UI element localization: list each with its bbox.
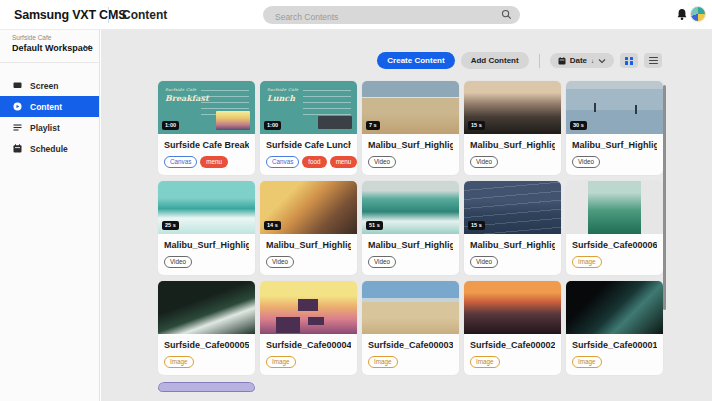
search-box[interactable] <box>263 6 520 24</box>
sidebar-item-label: Schedule <box>30 144 68 154</box>
card-tags: Video <box>572 156 657 168</box>
tag-canvas[interactable]: Canvas <box>164 156 197 168</box>
calendar-icon <box>558 57 566 65</box>
vertical-scrollbar[interactable] <box>663 85 666 310</box>
card-thumbnail[interactable] <box>566 281 663 334</box>
card-thumbnail[interactable] <box>566 181 663 234</box>
content-card[interactable]: Surfside_Cafe00006 Image <box>566 181 663 275</box>
card-body: Surfside_Cafe00003 Image <box>362 334 459 368</box>
card-tags: Video <box>368 256 453 268</box>
content-card[interactable]: Surfside_Cafe00001 Image <box>566 281 663 375</box>
card-body: Malibu_Surf_Highligh... Video <box>260 234 357 268</box>
card-body: Malibu_Surf_Highligh... Video <box>464 134 561 168</box>
card-thumbnail[interactable]: Surfside Cafe Breakfast 1:00 <box>158 81 255 134</box>
card-thumbnail[interactable]: 51 s <box>362 181 459 234</box>
create-content-button[interactable]: Create Content <box>377 52 454 69</box>
tag-video[interactable]: Video <box>470 256 498 268</box>
content-card[interactable]: Surfside_Cafe00004 Image <box>260 281 357 375</box>
card-thumbnail[interactable]: 15 s <box>464 81 561 134</box>
topbar-divider <box>108 7 109 23</box>
card-thumbnail[interactable]: 14 s <box>260 181 357 234</box>
page-title: Content <box>122 8 167 22</box>
tag-image[interactable]: Image <box>572 356 602 368</box>
notifications-bell-icon[interactable] <box>676 8 688 21</box>
card-thumbnail[interactable]: 25 s <box>158 181 255 234</box>
tag-video[interactable]: Video <box>368 256 396 268</box>
main-area: Create Content Add Content Date ↓ Surfsi… <box>101 30 712 401</box>
schedule-icon <box>13 144 22 153</box>
menu-brand-text: Surfside Cafe <box>165 87 209 92</box>
card-thumbnail[interactable]: Surfside Cafe Lunch 1:00 <box>260 81 357 134</box>
tag-image[interactable]: Image <box>164 356 194 368</box>
content-card[interactable]: 51 s Malibu_Surf_Highligh... Video <box>362 181 459 275</box>
content-card[interactable]: 14 s Malibu_Surf_Highligh... Video <box>260 181 357 275</box>
content-card[interactable]: Surfside Cafe Breakfast 1:00 Surfside Ca… <box>158 81 255 175</box>
sidebar-item-screen[interactable]: Screen <box>0 75 99 96</box>
sidebar-item-content[interactable]: Content <box>0 96 99 117</box>
sidebar-item-schedule[interactable]: Schedule <box>0 138 99 159</box>
workspace-org: Surfside Cafe <box>12 34 99 41</box>
content-card[interactable]: 30 s Malibu_Surf_Highligh... Video <box>566 81 663 175</box>
sidebar-item-label: Screen <box>30 81 58 91</box>
menu-art: Surfside Cafe Lunch <box>267 87 298 103</box>
partial-card[interactable] <box>158 382 255 401</box>
card-thumbnail[interactable] <box>362 281 459 334</box>
tag-image[interactable]: Image <box>470 356 500 368</box>
add-content-button[interactable]: Add Content <box>461 52 529 69</box>
card-title: Surfside Cafe Breakfas... <box>164 140 249 150</box>
tag-image[interactable]: Image <box>572 256 602 268</box>
user-avatar[interactable] <box>690 6 706 22</box>
card-title: Surfside_Cafe00001 <box>572 340 657 350</box>
duration-badge: 14 s <box>264 221 281 230</box>
tag-canvas[interactable]: Canvas <box>266 156 299 168</box>
duration-badge: 51 s <box>366 221 383 230</box>
tag-video[interactable]: Video <box>266 256 294 268</box>
tag-menu[interactable]: menu <box>200 156 228 168</box>
content-card[interactable]: Surfside Cafe Lunch 1:00 Surfside Cafe L… <box>260 81 357 175</box>
sort-label: Date <box>570 56 587 65</box>
card-title: Surfside_Cafe00004 <box>266 340 351 350</box>
card-thumbnail[interactable] <box>158 281 255 334</box>
tag-video[interactable]: Video <box>572 156 600 168</box>
card-thumbnail[interactable]: 7 s <box>362 81 459 134</box>
app-window: Samsung VXT CMS Content Surfside Cafe De… <box>0 0 712 401</box>
sort-by-date-dropdown[interactable]: Date ↓ <box>550 53 614 68</box>
content-card[interactable]: 7 s Malibu_Surf_Highligh... Video <box>362 81 459 175</box>
content-card[interactable]: 15 s Malibu_Surf_Highligh... Video <box>464 81 561 175</box>
tag-video[interactable]: Video <box>470 156 498 168</box>
card-body: Surfside Cafe Breakfas... Canvasmenu <box>158 134 255 168</box>
menu-heading-text: Breakfast <box>165 93 209 103</box>
content-icon <box>13 102 22 111</box>
search-icon[interactable] <box>501 9 512 20</box>
content-toolbar: Create Content Add Content Date ↓ <box>101 30 712 69</box>
menu-art: Surfside Cafe Breakfast <box>165 87 209 103</box>
search-input[interactable] <box>263 8 520 26</box>
card-title: Surfside Cafe Lunch M... <box>266 140 351 150</box>
card-thumbnail[interactable] <box>260 281 357 334</box>
sidebar-item-playlist[interactable]: Playlist <box>0 117 99 138</box>
card-body: Surfside_Cafe00005 Image <box>158 334 255 368</box>
tag-image[interactable]: Image <box>368 356 398 368</box>
tag-video[interactable]: Video <box>368 156 396 168</box>
card-title: Malibu_Surf_Highligh... <box>164 240 249 250</box>
content-card[interactable]: Surfside_Cafe00005 Image <box>158 281 255 375</box>
card-thumbnail[interactable]: 30 s <box>566 81 663 134</box>
content-card[interactable]: Surfside_Cafe00003 Image <box>362 281 459 375</box>
tag-food[interactable]: food <box>302 156 326 168</box>
card-tags: Video <box>368 156 453 168</box>
content-card[interactable]: 15 s Malibu_Surf_Highligh... Video <box>464 181 561 275</box>
tag-video[interactable]: Video <box>164 256 192 268</box>
card-thumbnail[interactable] <box>464 281 561 334</box>
card-title: Surfside_Cafe00003 <box>368 340 453 350</box>
content-card[interactable]: Surfside_Cafe00002 Image <box>464 281 561 375</box>
list-view-button[interactable] <box>644 53 662 68</box>
menu-heading-text: Lunch <box>267 93 298 103</box>
duration-badge: 7 s <box>366 121 380 130</box>
workspace-selector[interactable]: Surfside Cafe Default Workspace <box>0 30 99 63</box>
card-thumbnail[interactable]: 15 s <box>464 181 561 234</box>
tag-image[interactable]: Image <box>266 356 296 368</box>
tag-menu[interactable]: menu <box>330 156 357 168</box>
grid-view-icon <box>625 57 633 65</box>
content-card[interactable]: 25 s Malibu_Surf_Highligh... Video <box>158 181 255 275</box>
grid-view-button[interactable] <box>620 53 638 68</box>
